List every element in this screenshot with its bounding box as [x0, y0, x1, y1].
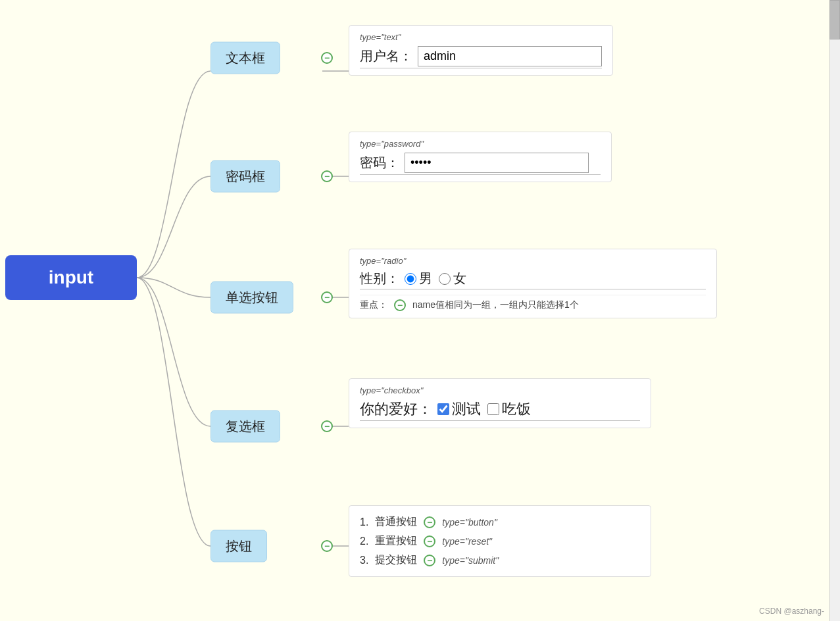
content-text: type="text" 用户名： [349, 25, 613, 76]
radio-note-label: 重点： [360, 299, 387, 311]
checkbox-eat-label[interactable]: 吃饭 [487, 399, 531, 419]
btn-label-2: 重置按钮 [375, 534, 417, 548]
username-label: 用户名： [360, 47, 412, 65]
btn-label-3: 提交按钮 [375, 553, 417, 567]
branch-label-radio: 单选按钮 [226, 290, 278, 305]
btn-label-1: 普通按钮 [375, 515, 417, 529]
branch-node-checkbox: 复选框 [210, 410, 280, 443]
hobby-label: 你的爱好： [360, 399, 432, 419]
radio-note-row: 重点： − name值相同为一组，一组内只能选择1个 [360, 295, 706, 311]
btn-minus-2[interactable]: − [424, 535, 435, 547]
content-checkbox: type="checkbox" 你的爱好： 测试 吃饭 [349, 378, 651, 428]
password-input[interactable] [405, 153, 589, 173]
note-minus-circle[interactable]: − [394, 299, 406, 311]
scrollbar-thumb[interactable] [829, 0, 840, 39]
btn-type-3: type="submit" [442, 555, 499, 566]
root-label: input [49, 267, 93, 287]
gender-label: 性别： [360, 270, 399, 287]
type-label-radio: type="radio" [360, 256, 706, 266]
form-row-text: 用户名： [360, 46, 602, 68]
radio-female-label[interactable]: 女 [439, 270, 466, 287]
collapse-password[interactable]: − [321, 170, 333, 182]
checkbox-test[interactable] [437, 403, 449, 415]
collapse-checkbox[interactable]: − [321, 420, 333, 432]
btn-type-1: type="button" [442, 517, 497, 528]
collapse-button[interactable]: − [321, 540, 333, 552]
radio-female[interactable] [439, 273, 451, 285]
branch-node-radio: 单选按钮 [210, 282, 293, 314]
btn-minus-1[interactable]: − [424, 516, 435, 528]
content-button: 1. 普通按钮 − type="button" 2. 重置按钮 − type="… [349, 505, 651, 577]
branch-label-button: 按钮 [226, 539, 252, 553]
button-list-item-3: 3. 提交按钮 − type="submit" [360, 551, 640, 570]
branch-label-checkbox: 复选框 [226, 419, 265, 434]
form-row-checkbox: 你的爱好： 测试 吃饭 [360, 399, 640, 421]
type-label-password: type="password" [360, 139, 601, 149]
content-radio: type="radio" 性别： 男 女 重点： − name值相同为一组，一组… [349, 249, 717, 318]
radio-male-label[interactable]: 男 [405, 270, 432, 287]
checkbox-group: 测试 吃饭 [437, 399, 531, 419]
checkbox-test-text: 测试 [452, 399, 481, 419]
radio-male-text: 男 [419, 270, 432, 287]
btn-num-2: 2. [360, 535, 368, 547]
canvas: input 文本框 − type="text" 用户名： 密码框 − type=… [0, 0, 840, 621]
collapse-text[interactable]: − [321, 52, 333, 64]
button-list-item-1: 1. 普通按钮 − type="button" [360, 512, 640, 532]
checkbox-eat-text: 吃饭 [502, 399, 531, 419]
scrollbar-track[interactable] [829, 0, 840, 621]
radio-group: 男 女 [405, 270, 466, 287]
branch-node-text: 文本框 [210, 42, 280, 74]
branch-label-text: 文本框 [226, 51, 265, 65]
btn-minus-3[interactable]: − [424, 555, 435, 566]
type-label-text: type="text" [360, 32, 602, 42]
password-label: 密码： [360, 154, 399, 172]
btn-num-3: 3. [360, 555, 368, 566]
btn-type-2: type="reset" [442, 536, 492, 547]
branch-label-password: 密码框 [226, 169, 265, 184]
collapse-radio[interactable]: − [321, 291, 333, 303]
branch-node-password: 密码框 [210, 161, 280, 193]
username-input[interactable] [418, 46, 602, 66]
root-node: input [5, 255, 137, 300]
button-list-item-2: 2. 重置按钮 − type="reset" [360, 532, 640, 551]
form-row-password: 密码： [360, 153, 601, 175]
branch-node-button: 按钮 [210, 530, 267, 562]
radio-female-text: 女 [453, 270, 466, 287]
content-password: type="password" 密码： [349, 132, 612, 182]
type-label-checkbox: type="checkbox" [360, 385, 640, 395]
checkbox-test-label[interactable]: 测试 [437, 399, 481, 419]
checkbox-eat[interactable] [487, 403, 499, 415]
form-row-radio: 性别： 男 女 [360, 270, 706, 289]
radio-male[interactable] [405, 273, 416, 285]
radio-note-text: name值相同为一组，一组内只能选择1个 [412, 299, 579, 311]
btn-num-1: 1. [360, 516, 368, 528]
watermark: CSDN @aszhang- [759, 607, 824, 616]
